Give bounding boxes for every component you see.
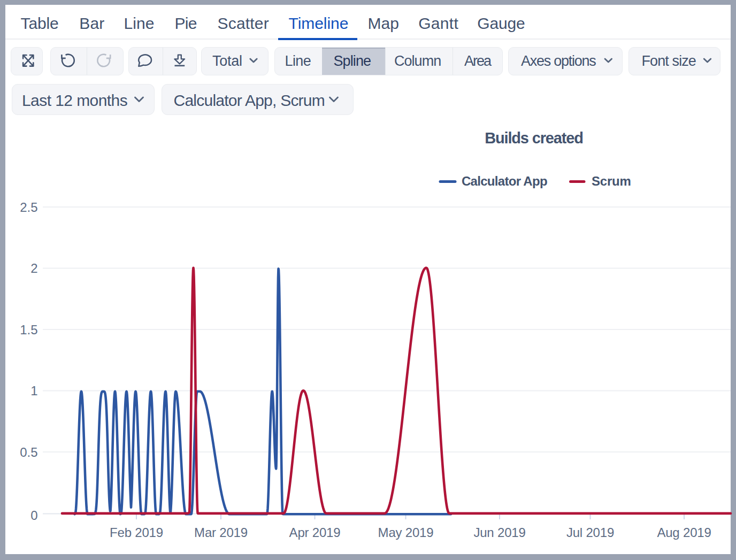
svg-text:Apr 2019: Apr 2019: [289, 525, 341, 540]
svg-text:1.5: 1.5: [20, 323, 37, 337]
svg-text:2: 2: [30, 261, 37, 275]
svg-text:May 2019: May 2019: [378, 525, 434, 540]
svg-text:Calculator App: Calculator App: [462, 174, 547, 188]
svg-text:0: 0: [30, 508, 37, 523]
svg-text:Jul 2019: Jul 2019: [566, 525, 614, 540]
svg-text:Aug 2019: Aug 2019: [657, 525, 711, 540]
svg-text:1: 1: [30, 383, 37, 398]
svg-text:Builds created: Builds created: [485, 129, 583, 147]
svg-text:Jun 2019: Jun 2019: [473, 525, 525, 540]
svg-text:Feb 2019: Feb 2019: [110, 525, 163, 540]
svg-text:Scrum: Scrum: [592, 174, 631, 188]
svg-text:0.5: 0.5: [20, 445, 37, 459]
svg-text:Mar 2019: Mar 2019: [194, 525, 248, 540]
svg-text:2.5: 2.5: [20, 200, 37, 214]
